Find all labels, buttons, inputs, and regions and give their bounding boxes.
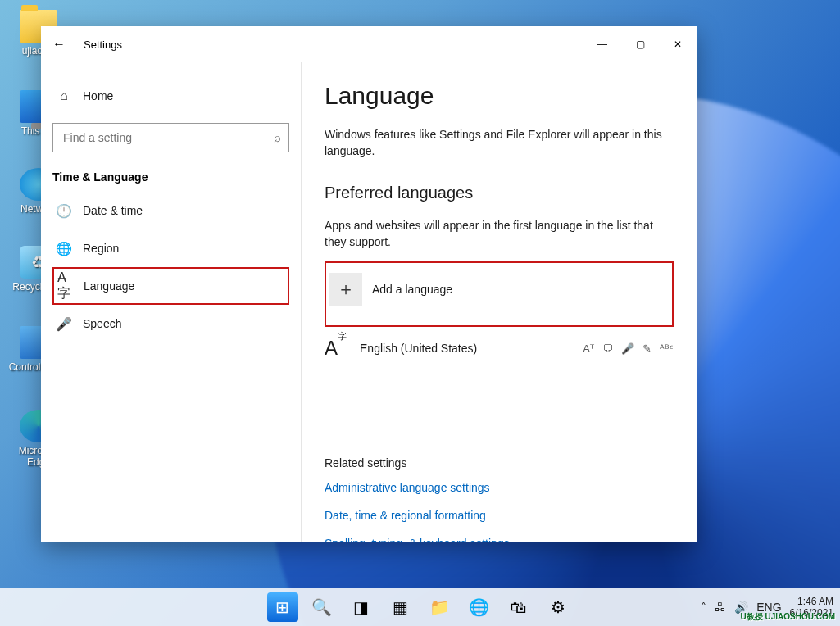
home-icon: ⌂ bbox=[57, 88, 71, 103]
settings-window: ← Settings — ▢ ✕ ⌂ Home ⌕ Time & Languag… bbox=[41, 26, 697, 542]
add-language-button[interactable]: ＋ Add a language bbox=[325, 261, 674, 327]
language-feature-icons: Aᵀ 🗨 🎤 ✎ ᴬᴮᶜ bbox=[583, 342, 674, 355]
minimize-button[interactable]: — bbox=[583, 26, 621, 62]
search-icon: ⌕ bbox=[274, 130, 281, 144]
store-icon[interactable]: 🛍 bbox=[503, 592, 534, 622]
watermark: U教授 UJIAOSHOU.COM bbox=[740, 611, 835, 623]
sidebar-item-speech[interactable]: 🎤 Speech bbox=[52, 305, 289, 342]
sidebar-item-label: Language bbox=[84, 279, 134, 293]
language-item[interactable]: A字 English (United States) Aᵀ 🗨 🎤 ✎ ᴬᴮᶜ bbox=[325, 338, 674, 358]
page-description: Windows features like Settings and File … bbox=[325, 126, 674, 159]
sidebar-item-label: Region bbox=[83, 242, 119, 255]
plus-icon: ＋ bbox=[329, 273, 362, 306]
tray-chevron-icon[interactable]: ˄ bbox=[701, 601, 706, 614]
content-area: Language Windows features like Settings … bbox=[302, 62, 697, 542]
network-tray-icon[interactable]: 🖧 bbox=[715, 601, 726, 614]
sidebar-item-language[interactable]: A̶字 Language bbox=[52, 267, 289, 305]
display-language-icon: Aᵀ bbox=[583, 342, 594, 355]
sidebar-item-date-time[interactable]: 🕘 Date & time bbox=[52, 192, 289, 229]
spellcheck-icon: ᴬᴮᶜ bbox=[660, 342, 674, 355]
calendar-clock-icon: 🕘 bbox=[57, 203, 71, 218]
taskbar: ⊞ 🔍 ◨ ▦ 📁 🌐 🛍 ⚙ ˄ 🖧 🔊 ENG 1:46 AM 6/16/2… bbox=[0, 588, 840, 626]
taskbar-center: ⊞ 🔍 ◨ ▦ 📁 🌐 🛍 ⚙ bbox=[267, 592, 574, 622]
microphone-icon: 🎤 bbox=[57, 316, 71, 331]
search-wrap: ⌕ bbox=[52, 123, 289, 152]
file-explorer-icon[interactable]: 📁 bbox=[425, 592, 456, 622]
language-glyph-icon: A字 bbox=[325, 338, 347, 358]
text-to-speech-icon: 🗨 bbox=[602, 342, 613, 355]
language-name: English (United States) bbox=[360, 342, 477, 355]
search-input[interactable] bbox=[52, 123, 289, 152]
link-spelling-typing-keyboard[interactable]: Spelling, typing, & keyboard settings bbox=[325, 537, 674, 542]
titlebar: ← Settings — ▢ ✕ bbox=[41, 26, 697, 62]
taskbar-edge-icon[interactable]: 🌐 bbox=[464, 592, 495, 622]
maximize-button[interactable]: ▢ bbox=[621, 26, 659, 62]
add-language-label: Add a language bbox=[372, 283, 452, 296]
start-button[interactable]: ⊞ bbox=[267, 592, 298, 622]
preferred-languages-description: Apps and websites will appear in the fir… bbox=[325, 217, 674, 250]
related-settings-heading: Related settings bbox=[325, 456, 674, 469]
task-view-icon[interactable]: ◨ bbox=[346, 592, 377, 622]
language-icon: A̶字 bbox=[57, 279, 72, 293]
widgets-icon[interactable]: ▦ bbox=[385, 592, 416, 622]
preferred-languages-heading: Preferred languages bbox=[325, 184, 674, 202]
page-title: Language bbox=[325, 82, 674, 110]
sidebar-item-label: Home bbox=[83, 89, 113, 102]
sidebar-item-label: Date & time bbox=[83, 204, 143, 217]
handwriting-icon: ✎ bbox=[642, 342, 652, 355]
sidebar: ⌂ Home ⌕ Time & Language 🕘 Date & time 🌐… bbox=[41, 62, 302, 542]
link-admin-language-settings[interactable]: Administrative language settings bbox=[325, 481, 674, 494]
sidebar-item-home[interactable]: ⌂ Home bbox=[52, 77, 289, 115]
back-button[interactable]: ← bbox=[52, 37, 66, 52]
speech-recognition-icon: 🎤 bbox=[621, 342, 634, 355]
settings-icon[interactable]: ⚙ bbox=[543, 592, 574, 622]
taskbar-search-icon[interactable]: 🔍 bbox=[306, 592, 338, 622]
sidebar-item-label: Speech bbox=[83, 317, 121, 330]
sidebar-group-time-language: Time & Language bbox=[52, 170, 289, 184]
clock-time: 1:46 AM bbox=[790, 596, 833, 607]
sidebar-item-region[interactable]: 🌐 Region bbox=[52, 229, 289, 267]
window-title: Settings bbox=[84, 39, 122, 51]
globe-icon: 🌐 bbox=[57, 241, 71, 256]
window-controls: — ▢ ✕ bbox=[583, 26, 697, 62]
link-date-time-regional[interactable]: Date, time & regional formatting bbox=[325, 509, 674, 522]
close-button[interactable]: ✕ bbox=[659, 26, 697, 62]
